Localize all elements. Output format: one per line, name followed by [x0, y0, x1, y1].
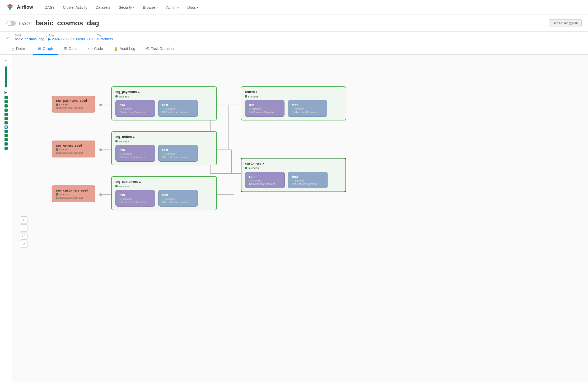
status-dot-icon — [249, 108, 251, 110]
nav-browse[interactable]: Browse ▾ — [139, 3, 161, 12]
task-stg-orders-run[interactable]: run success DbtRunLocalOperator — [115, 145, 155, 162]
breadcrumb-sep-2: / — [95, 35, 96, 39]
breadcrumb: » | DAG basic_cosmos_dag / Run ▶ 2024-12… — [0, 32, 588, 43]
graph-area[interactable]: raw_payments_seed success DbtSeedLocalOp… — [12, 55, 588, 382]
nav-links: DAGs Cluster Activity Datasets Security … — [41, 3, 202, 12]
tab-audit-log[interactable]: 🔒 Audit Log — [108, 43, 141, 55]
node-operator: DbtSeedLocalOperator — [56, 151, 91, 154]
task-stg-orders-test[interactable]: test success DbtTestLocalOperator — [158, 145, 198, 162]
browse-caret-icon: ▾ — [156, 6, 158, 9]
status-dot-icon — [249, 180, 251, 182]
sidebar-item-9[interactable] — [4, 130, 8, 133]
sidebar-item-8-selected[interactable] — [4, 125, 8, 129]
sidebar-item-7[interactable] — [4, 121, 8, 124]
nav-docs[interactable]: Docs ▾ — [184, 3, 202, 12]
svg-point-20 — [99, 193, 102, 196]
status-dot-icon — [245, 167, 247, 169]
status-dot-icon — [119, 153, 122, 155]
group-tasks-row: run success DbtRunLocalOperator test suc… — [245, 100, 342, 117]
task-duration-icon: ⏱ — [146, 46, 150, 51]
task-orders-run[interactable]: run success DbtRunLocalOperator — [245, 100, 284, 117]
tab-gantt[interactable]: ☰ Gantt — [58, 43, 83, 55]
group-title: stg_payments ∧ — [115, 90, 213, 94]
admin-caret-icon: ▾ — [178, 6, 179, 9]
zoom-controls: + − ⛶ ⤢ — [20, 216, 27, 248]
tab-task-duration[interactable]: ⏱ Task Duration — [141, 43, 179, 55]
status-dot-icon — [56, 148, 58, 151]
status-dot-icon — [162, 153, 164, 155]
gantt-icon: ☰ — [64, 46, 67, 51]
node-raw-payments-seed[interactable]: raw_payments_seed success DbtSeedLocalOp… — [52, 96, 95, 113]
nav-dags[interactable]: DAGs — [41, 3, 58, 12]
sidebar-item-11[interactable] — [4, 138, 8, 141]
status-dot-icon — [56, 104, 58, 106]
nav-datasets[interactable]: Datasets — [92, 3, 114, 12]
task-stg-customers-run[interactable]: run success DbtRunLocalOperator — [115, 190, 155, 207]
breadcrumb-task-link[interactable]: customers — [97, 37, 113, 41]
task-customers-run[interactable]: run success DbtRunLocalOperator — [245, 172, 285, 188]
expand-icon[interactable]: » — [6, 35, 9, 40]
node-raw-customers-seed[interactable]: raw_customers_seed success DbtSeedLocalO… — [52, 185, 95, 202]
group-tasks-row: run success DbtRunLocalOperator test suc… — [245, 172, 342, 188]
nav-security[interactable]: Security ▾ — [115, 3, 138, 12]
group-orders: orders ∧ success run success DbtRunLocal… — [241, 86, 346, 120]
task-stg-payments-run[interactable]: run success DbtRunLocalOperator — [115, 100, 155, 117]
group-status: success — [115, 140, 213, 143]
group-stg-orders: stg_orders ∧ success run success DbtRunL… — [111, 131, 217, 165]
zoom-expand-button[interactable]: ⤢ — [20, 240, 27, 248]
dag-title-row: DAG: basic_cosmos_dag — [6, 19, 99, 27]
status-dot-icon — [245, 95, 247, 97]
details-icon: △ — [12, 46, 15, 51]
sidebar-item-4[interactable] — [4, 109, 8, 112]
node-label: raw_payments_seed — [56, 99, 91, 103]
sidebar-item-12[interactable] — [4, 142, 8, 146]
sidebar-arrow-right[interactable]: ▶ — [3, 90, 9, 95]
schedule-badge: Schedule: @dail — [549, 19, 582, 27]
sidebar-item-1[interactable] — [4, 96, 8, 99]
node-label: raw_orders_seed — [56, 144, 91, 147]
task-stg-payments-test[interactable]: test success DbtTestLocalOperator — [158, 100, 198, 117]
tab-graph[interactable]: ⊞ Graph — [33, 43, 58, 55]
task-customers-test[interactable]: test success DbtTestLocalOperator — [288, 172, 328, 188]
node-label: raw_customers_seed — [56, 189, 91, 192]
nav-cluster-activity[interactable]: Cluster Activity — [59, 3, 91, 12]
group-stg-customers: stg_customers ∧ success run success DbtR… — [111, 176, 217, 210]
group-tasks-row: run success DbtRunLocalOperator test suc… — [115, 145, 213, 162]
group-title: stg_orders ∧ — [115, 135, 213, 139]
main-layout: « ▶ — [0, 55, 588, 382]
sidebar-item-5[interactable] — [4, 113, 8, 116]
nav-admin[interactable]: Admin ▾ — [162, 3, 183, 12]
page-title: DAG: basic_cosmos_dag — [19, 19, 99, 27]
dag-toggle[interactable] — [6, 21, 16, 26]
brand[interactable]: Airflow — [5, 3, 33, 12]
node-operator: DbtSeedLocalOperator — [56, 106, 91, 109]
breadcrumb-dag-link[interactable]: basic_cosmos_dag — [15, 37, 44, 41]
task-orders-test[interactable]: test success DbtTestLocalOperator — [288, 100, 327, 117]
zoom-in-button[interactable]: + — [20, 216, 27, 224]
sidebar-item-13[interactable] — [4, 147, 8, 150]
status-dot-icon — [56, 193, 58, 195]
group-status: success — [115, 185, 213, 188]
zoom-fit-button[interactable]: ⛶ — [20, 232, 27, 240]
sidebar: « ▶ — [0, 55, 12, 382]
status-dot-icon — [119, 108, 122, 110]
zoom-out-button[interactable]: − — [20, 224, 27, 232]
breadcrumb-run-link[interactable]: ▶ 2024-12-12, 00:00:00 UTC — [48, 37, 93, 41]
node-raw-orders-seed[interactable]: raw_orders_seed success DbtSeedLocalOper… — [52, 141, 95, 157]
group-title: stg_customers ∧ — [115, 180, 213, 184]
breadcrumb-sep-1: / — [46, 35, 47, 39]
sidebar-item-3[interactable] — [4, 104, 8, 108]
node-operator: DbtSeedLocalOperator — [56, 196, 91, 199]
group-status: success — [245, 95, 342, 98]
code-icon: <> — [88, 46, 92, 51]
sidebar-item-6[interactable] — [4, 117, 8, 120]
sidebar-item-2[interactable] — [4, 100, 8, 103]
breadcrumb-task: Task customers — [97, 34, 113, 41]
docs-caret-icon: ▾ — [197, 6, 198, 9]
tab-details[interactable]: △ Details — [6, 43, 33, 55]
tab-code[interactable]: <> Code — [83, 43, 108, 55]
sidebar-collapse-button[interactable]: « — [2, 57, 10, 64]
task-stg-customers-test[interactable]: test success DbtTestLocalOperator — [158, 190, 198, 207]
sidebar-item-10[interactable] — [4, 134, 8, 137]
toggle-knob — [7, 21, 11, 25]
